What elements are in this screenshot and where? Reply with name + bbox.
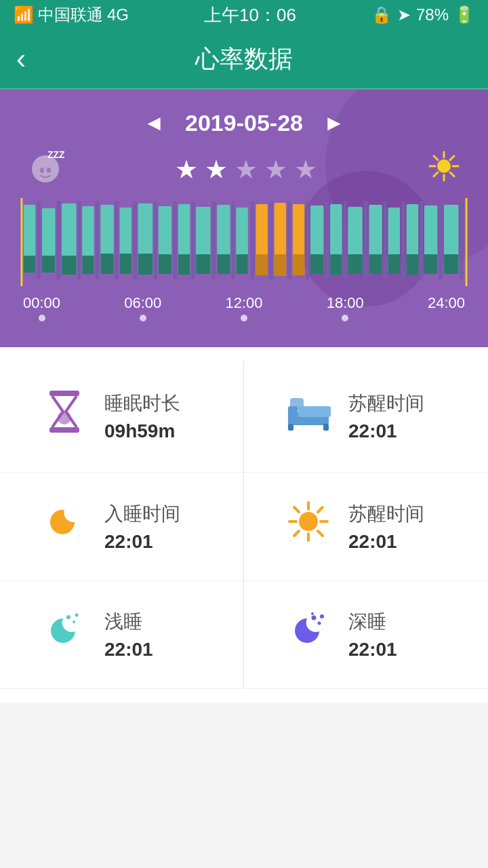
deep-sleep-text: 深睡 22:01 [348, 609, 397, 660]
sleep-chart: 00:00 06:00 12:00 18:00 24:00 [20, 198, 468, 321]
svg-rect-50 [251, 201, 255, 279]
wake-time-2-label: 苏醒时间 [348, 501, 424, 527]
svg-rect-84 [49, 391, 79, 396]
svg-rect-35 [154, 201, 157, 279]
moon-icon [41, 502, 88, 552]
svg-rect-47 [232, 201, 235, 279]
svg-rect-76 [407, 254, 418, 275]
wake-time-2-text: 苏醒时间 22:01 [348, 501, 424, 553]
nav-bar: ‹ 心率数据 [0, 30, 488, 90]
svg-rect-22 [62, 256, 76, 275]
svg-line-101 [294, 531, 299, 536]
light-sleep-value: 22:01 [104, 639, 153, 660]
svg-rect-74 [401, 201, 405, 279]
svg-line-99 [318, 531, 323, 536]
svg-line-12 [434, 172, 438, 176]
deep-sleep-card: 深睡 22:01 [244, 581, 488, 689]
wake-time-1-label: 苏醒时间 [348, 391, 424, 416]
svg-rect-29 [115, 201, 119, 279]
hourglass-icon [41, 388, 88, 445]
deep-sleep-label: 深睡 [348, 609, 397, 635]
light-sleep-text: 浅睡 22:01 [104, 609, 153, 660]
svg-rect-65 [344, 201, 347, 279]
svg-rect-61 [310, 254, 323, 274]
svg-rect-41 [191, 201, 195, 279]
svg-point-105 [311, 616, 316, 620]
svg-line-11 [450, 156, 454, 160]
star-1: ★ [175, 155, 198, 184]
svg-rect-64 [330, 254, 342, 275]
battery-label: 78% [416, 5, 449, 24]
svg-rect-62 [325, 201, 329, 279]
info-section: 睡眠时长 09h59m 苏醒时间 22:01 [0, 347, 488, 703]
svg-rect-43 [196, 254, 210, 274]
sleep-duration-label: 睡眠时长 [104, 391, 180, 416]
svg-rect-90 [298, 406, 331, 417]
star-2: ★ [205, 155, 228, 184]
sleep-chart-section: ◄ 2019-05-28 ► ZZZ ★ ★ ★ ★ ★ [0, 90, 488, 347]
sleep-time-text: 入睡时间 22:01 [104, 501, 180, 553]
next-date-button[interactable]: ► [323, 111, 345, 136]
svg-line-100 [318, 507, 323, 512]
svg-rect-85 [49, 427, 79, 433]
svg-rect-53 [269, 201, 273, 279]
timeline-0000: 00:00 [23, 294, 60, 321]
svg-rect-79 [424, 254, 437, 274]
svg-rect-40 [178, 254, 190, 275]
sun-icon [427, 149, 461, 190]
sleep-duration-text: 睡眠时长 09h59m [104, 391, 180, 442]
timeline-0600: 06:00 [124, 294, 161, 321]
svg-rect-77 [420, 201, 423, 279]
timeline-1200: 12:00 [225, 294, 262, 321]
timeline-1800: 18:00 [327, 294, 364, 321]
current-date: 2019-05-28 [185, 110, 303, 136]
svg-point-2 [47, 167, 51, 173]
sleep-duration-value: 09h59m [104, 420, 180, 442]
carrier-info: 📶 中国联通 4G [14, 4, 129, 26]
svg-point-106 [317, 622, 321, 625]
svg-rect-70 [369, 254, 382, 274]
bed-icon [285, 391, 332, 441]
info-grid: 睡眠时长 09h59m 苏醒时间 22:01 [0, 361, 488, 689]
dark-moon-icon [285, 608, 332, 661]
lock-icon: 🔒 [371, 5, 392, 24]
svg-rect-67 [348, 254, 362, 274]
svg-rect-92 [323, 424, 329, 431]
svg-rect-49 [236, 254, 247, 274]
battery-info: 🔒 ➤ 78% 🔋 [371, 5, 474, 24]
teal-moon-icon [41, 608, 88, 661]
svg-rect-52 [256, 254, 267, 275]
back-button[interactable]: ‹ [16, 45, 26, 73]
svg-point-108 [311, 612, 314, 615]
svg-line-98 [294, 507, 299, 512]
star-3: ★ [235, 155, 258, 184]
wake-time-2-value: 22:01 [348, 531, 424, 553]
sleep-time-card: 入睡时间 22:01 [0, 473, 244, 581]
svg-rect-46 [217, 254, 230, 274]
svg-rect-91 [288, 424, 293, 431]
svg-point-4 [437, 159, 451, 173]
sleep-time-label: 入睡时间 [104, 501, 180, 527]
svg-rect-26 [96, 201, 100, 279]
svg-point-104 [75, 614, 78, 617]
svg-rect-58 [293, 254, 304, 275]
svg-point-93 [299, 512, 318, 531]
svg-point-102 [66, 615, 70, 619]
date-navigation: ◄ 2019-05-28 ► [14, 110, 474, 136]
svg-rect-44 [211, 201, 216, 279]
svg-rect-28 [100, 254, 113, 274]
svg-rect-31 [120, 254, 131, 274]
svg-point-86 [58, 411, 71, 425]
prev-date-button[interactable]: ◄ [143, 111, 165, 136]
wake-time-1-text: 苏醒时间 22:01 [348, 391, 424, 442]
svg-rect-16 [24, 256, 35, 273]
light-sleep-card: 浅睡 22:01 [0, 581, 244, 689]
svg-rect-25 [82, 256, 94, 274]
signal-icon: 📶 [14, 5, 34, 24]
svg-rect-83 [460, 201, 463, 279]
deep-sleep-value: 22:01 [348, 639, 397, 660]
svg-rect-19 [42, 256, 55, 273]
sleep-duration-card: 睡眠时长 09h59m [0, 361, 244, 473]
svg-rect-71 [384, 201, 387, 279]
wake-time-1-value: 22:01 [348, 420, 424, 442]
